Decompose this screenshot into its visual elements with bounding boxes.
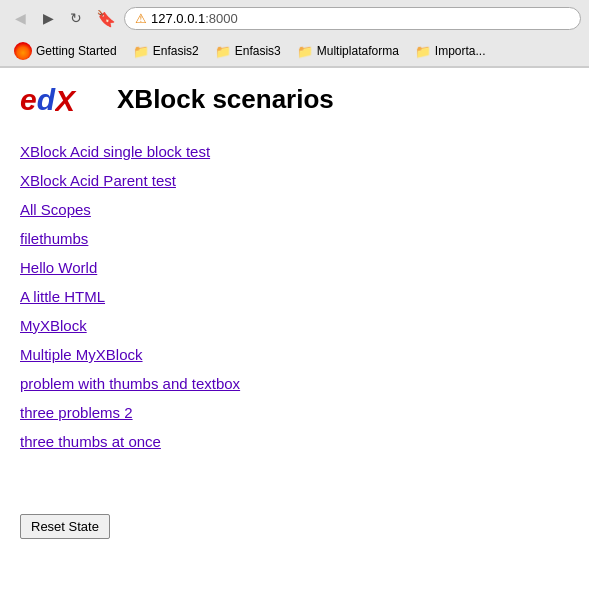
scenario-link-filethumbs[interactable]: filethumbs [20,226,569,251]
browser-toolbar: ◀ ▶ ↻ 🔖 ⚠ 127.0.0.1:8000 [0,0,589,36]
bookmark-importa[interactable]: 📁 Importa... [409,42,492,61]
logo-x: X [55,85,81,115]
logo-d: d [37,85,55,115]
reload-button[interactable]: ↻ [64,6,88,30]
bookmark-multiplataforma[interactable]: 📁 Multiplataforma [291,42,405,61]
folder-icon: 📁 [297,44,313,59]
nav-buttons: ◀ ▶ ↻ [8,6,88,30]
page-title: XBlock scenarios [117,84,334,115]
list-item: MyXBlock [20,313,569,338]
list-item: problem with thumbs and textbox [20,371,569,396]
scenario-link-hello-world[interactable]: Hello World [20,255,569,280]
list-item: three thumbs at once [20,429,569,454]
list-item: three problems 2 [20,400,569,425]
scenario-link-multiple-myxblock[interactable]: Multiple MyXBlock [20,342,569,367]
forward-button[interactable]: ▶ [36,6,60,30]
back-button[interactable]: ◀ [8,6,32,30]
address-bar[interactable]: ⚠ 127.0.0.1:8000 [124,7,581,30]
list-item: All Scopes [20,197,569,222]
address-bar-container: 🔖 ⚠ 127.0.0.1:8000 [96,7,581,30]
bookmark-enfasis2[interactable]: 📁 Enfasis2 [127,42,205,61]
bookmark-icon: 🔖 [96,9,116,28]
list-item: Multiple MyXBlock [20,342,569,367]
bookmark-getting-started[interactable]: Getting Started [8,40,123,62]
bookmark-label: Importa... [435,44,486,58]
bookmark-label: Getting Started [36,44,117,58]
folder-icon: 📁 [415,44,431,59]
logo-e: e [20,85,37,115]
list-item: XBlock Acid single block test [20,139,569,164]
scenario-link-all-scopes[interactable]: All Scopes [20,197,569,222]
scenario-link-myxblock[interactable]: MyXBlock [20,313,569,338]
address-text: 127.0.0.1:8000 [151,11,238,26]
list-item: filethumbs [20,226,569,251]
bookmark-label: Enfasis3 [235,44,281,58]
bookmarks-bar: Getting Started 📁 Enfasis2 📁 Enfasis3 📁 … [0,36,589,67]
svg-text:X: X [55,85,77,115]
bookmark-enfasis3[interactable]: 📁 Enfasis3 [209,42,287,61]
list-item: XBlock Acid Parent test [20,168,569,193]
bookmark-label: Enfasis2 [153,44,199,58]
bookmark-label: Multiplataforma [317,44,399,58]
reset-state-button[interactable]: Reset State [20,514,110,539]
firefox-icon [14,42,32,60]
edx-logo: e d X [20,85,107,115]
browser-chrome: ◀ ▶ ↻ 🔖 ⚠ 127.0.0.1:8000 Getting Started… [0,0,589,68]
folder-icon: 📁 [215,44,231,59]
list-item: Hello World [20,255,569,280]
scenario-link-acid-parent[interactable]: XBlock Acid Parent test [20,168,569,193]
scenario-link-acid-single[interactable]: XBlock Acid single block test [20,139,569,164]
scenario-link-problem-thumbs-textbox[interactable]: problem with thumbs and textbox [20,371,569,396]
scenario-link-three-thumbs-at-once[interactable]: three thumbs at once [20,429,569,454]
folder-icon: 📁 [133,44,149,59]
scenario-link-little-html[interactable]: A little HTML [20,284,569,309]
scenario-link-three-problems-2[interactable]: three problems 2 [20,400,569,425]
security-warning-icon: ⚠ [135,11,147,26]
list-item: A little HTML [20,284,569,309]
page-header: e d X XBlock scenarios [20,84,569,115]
scenarios-list: XBlock Acid single block test XBlock Aci… [20,139,569,454]
page-content: e d X XBlock scenarios XBlock Acid singl… [0,68,589,555]
